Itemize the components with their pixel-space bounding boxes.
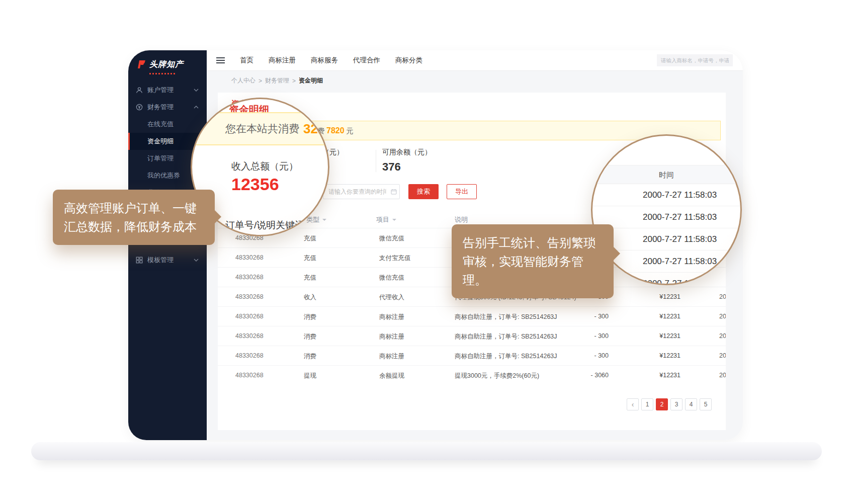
cell: 2000-7-27 11:58:03 bbox=[719, 332, 726, 340]
cell: 48330268 bbox=[235, 313, 264, 320]
cell: 商标自助注册，订单号: SB2514263J bbox=[455, 332, 557, 341]
cell: ¥12231 bbox=[625, 372, 680, 379]
cell: - 3060 bbox=[550, 372, 609, 379]
column-header-desc: 说明 bbox=[455, 215, 468, 224]
brand-logo-icon bbox=[136, 59, 147, 70]
cell: 2000-7-27 11:58:03 bbox=[719, 352, 726, 359]
menu-icon[interactable] bbox=[216, 57, 225, 63]
export-button[interactable]: 导出 bbox=[447, 184, 477, 199]
cell: 48330268 bbox=[235, 372, 264, 379]
pagination-page-4[interactable]: 4 bbox=[685, 398, 697, 410]
sidebar: 头牌知产 账户管理 财务管理 在 bbox=[128, 50, 207, 440]
cell: 代理收入 bbox=[379, 293, 404, 302]
left-tooltip: 高效管理账户订单、一键汇总数据，降低财务成本 bbox=[53, 190, 215, 245]
chevron-up-icon bbox=[194, 106, 199, 109]
column-header-type[interactable]: 类型 bbox=[306, 215, 326, 224]
top-navbar: 首页商标注册商标服务代理合作商标分类 bbox=[207, 50, 743, 71]
laptop-base bbox=[31, 442, 822, 460]
stat-divider bbox=[376, 150, 376, 172]
cell: - 300 bbox=[550, 313, 609, 320]
breadcrumb-current: 资金明细 bbox=[299, 76, 323, 85]
cell: 收入 bbox=[304, 293, 316, 302]
table-row[interactable]: 48330268消费商标注册商标自助注册，订单号: SB2514263J- 30… bbox=[218, 346, 726, 365]
banner-amount: 7820 bbox=[326, 126, 345, 135]
logo-text: 头牌知产 bbox=[149, 59, 184, 70]
breadcrumb: 个人中心> 财务管理> 资金明细 bbox=[207, 71, 743, 91]
sidebar-item-finance[interactable]: 财务管理 bbox=[128, 99, 207, 116]
magnified-income-value: 12356 bbox=[231, 175, 279, 194]
pagination-page-1[interactable]: 1 bbox=[641, 398, 653, 410]
magnified-banner: 您在本站共消费 32124 bbox=[191, 112, 329, 145]
pagination-prev-button[interactable]: ‹ bbox=[627, 398, 639, 410]
pagination-pages: 12345 bbox=[641, 398, 712, 410]
sidebar-item-label: 模板管理 bbox=[147, 256, 194, 265]
trademark-search-input[interactable] bbox=[657, 54, 733, 66]
table-row[interactable]: 48330268消费商标注册商标自助注册，订单号: SB2514263J- 30… bbox=[218, 326, 726, 346]
cell: 48330268 bbox=[235, 332, 264, 340]
cell: 2000-7-27 11:58:03 bbox=[719, 293, 726, 300]
pagination-page-3[interactable]: 3 bbox=[670, 398, 683, 410]
cell: 商标自助注册，订单号: SB2514263J bbox=[455, 352, 557, 361]
logo: 头牌知产 bbox=[128, 50, 207, 72]
chevron-down-icon bbox=[194, 89, 199, 92]
cell: ¥12231 bbox=[625, 332, 680, 340]
nav-tab[interactable]: 首页 bbox=[240, 56, 253, 65]
sort-caret-icon bbox=[392, 219, 396, 223]
template-icon bbox=[136, 257, 143, 264]
sidebar-item-label: 财务管理 bbox=[147, 103, 194, 112]
cell: 提现3000元，手续费2%(60元) bbox=[455, 372, 539, 380]
pagination-page-2[interactable]: 2 bbox=[656, 398, 668, 410]
logo-subtext bbox=[149, 73, 176, 74]
sidebar-item-在线充值[interactable]: 在线充值 bbox=[128, 116, 207, 133]
cell: 充值 bbox=[304, 254, 316, 263]
cell: ¥12231 bbox=[625, 313, 680, 320]
table-row[interactable]: 48330268提现余额提现提现3000元，手续费2%(60元)- 3060¥1… bbox=[218, 365, 726, 385]
sidebar-item-account[interactable]: 账户管理 bbox=[128, 81, 207, 99]
cell: 48330268 bbox=[235, 254, 264, 261]
cell: ¥12231 bbox=[625, 293, 680, 300]
cell: 2000-7-27 11:58:03 bbox=[719, 372, 726, 379]
sidebar-item-template[interactable]: 模板管理 bbox=[128, 251, 207, 269]
magnified-time: 2000-7-27 11:58:03 bbox=[592, 206, 740, 228]
cell: - 300 bbox=[550, 332, 609, 340]
magnified-time-header: 时间 bbox=[592, 165, 740, 184]
stat-label: 可用余额（元） bbox=[382, 148, 432, 157]
finance-icon bbox=[136, 104, 143, 111]
cell: 商标自助注册，订单号: SB2514263J bbox=[455, 313, 557, 321]
right-tooltip: 告别手工统计、告别繁琐审核，实现智能财务管理。 bbox=[452, 224, 614, 298]
breadcrumb-item[interactable]: 个人中心 bbox=[231, 76, 255, 85]
calendar-icon bbox=[391, 189, 397, 195]
pagination: ‹ 12345 bbox=[627, 398, 712, 410]
cell: 48330268 bbox=[235, 293, 264, 300]
cell: 商标注册 bbox=[379, 332, 404, 341]
search-button[interactable]: 搜索 bbox=[408, 184, 439, 199]
table-row[interactable]: 48330268消费商标注册商标自助注册，订单号: SB2514263J- 30… bbox=[218, 306, 726, 326]
sidebar-item-label: 账户管理 bbox=[147, 86, 194, 95]
breadcrumb-item[interactable]: 财务管理 bbox=[265, 76, 289, 85]
cell: 2000-7-27 11:58:03 bbox=[719, 313, 726, 320]
topnav-tabs: 首页商标注册商标服务代理合作商标分类 bbox=[240, 56, 422, 65]
stat-value: 376 bbox=[382, 160, 432, 174]
stat-balance: 可用余额（元） 376 bbox=[382, 148, 432, 174]
nav-tab[interactable]: 商标服务 bbox=[311, 56, 338, 65]
column-header-project[interactable]: 项目 bbox=[376, 215, 396, 224]
cell: 微信充值 bbox=[379, 274, 404, 282]
nav-tab[interactable]: 商标注册 bbox=[269, 56, 296, 65]
cell: 微信充值 bbox=[379, 234, 404, 243]
chevron-down-icon bbox=[194, 259, 199, 262]
user-icon bbox=[136, 87, 143, 94]
cell: 消费 bbox=[304, 352, 316, 361]
cell: 消费 bbox=[304, 313, 316, 321]
cell: 充值 bbox=[304, 234, 316, 243]
nav-tab[interactable]: 商标分类 bbox=[395, 56, 422, 65]
cell: 48330268 bbox=[235, 274, 264, 281]
cell: ¥12231 bbox=[625, 352, 680, 359]
cell: 充值 bbox=[304, 274, 316, 282]
cell: 商标注册 bbox=[379, 352, 404, 361]
cell: 支付宝充值 bbox=[379, 254, 411, 263]
magnified-time: 2000-7-27 11:58:03 bbox=[592, 184, 740, 206]
nav-tab[interactable]: 代理合作 bbox=[353, 56, 380, 65]
date-input[interactable] bbox=[323, 184, 400, 199]
pagination-page-5[interactable]: 5 bbox=[700, 398, 712, 410]
banner-unit: 元 bbox=[347, 127, 354, 135]
